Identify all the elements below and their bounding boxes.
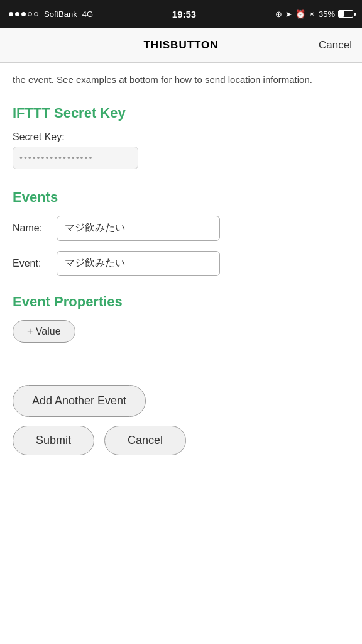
events-section-title: Events xyxy=(13,189,349,206)
event-row: Event: xyxy=(13,251,349,276)
nav-title: THISBUTTON xyxy=(143,39,218,52)
add-another-event-button[interactable]: Add Another Event xyxy=(13,385,146,417)
battery-percent: 35% xyxy=(319,9,335,19)
main-content: the event. See examples at bottom for ho… xyxy=(0,63,362,480)
status-bar: SoftBank 4G 19:53 ⊕ ➤ ⏰ ✴ 35% xyxy=(0,0,362,28)
ifttt-secret-key-section: IFTTT Secret Key Secret Key: xyxy=(13,105,349,169)
name-row: Name: xyxy=(13,216,349,241)
carrier-label: SoftBank xyxy=(44,9,77,19)
bottom-buttons: Add Another Event Submit Cancel xyxy=(13,385,349,455)
ifttt-section-title: IFTTT Secret Key xyxy=(13,105,349,121)
secret-key-input[interactable] xyxy=(13,147,138,169)
name-label: Name: xyxy=(13,223,57,234)
nav-bar: THISBUTTON Cancel xyxy=(0,28,362,63)
lock-icon: ⊕ xyxy=(275,9,282,19)
alarm-icon: ⏰ xyxy=(295,9,305,19)
add-value-button[interactable]: + Value xyxy=(13,320,75,343)
status-time: 19:53 xyxy=(172,9,196,19)
location-icon: ➤ xyxy=(285,9,292,19)
signal-dots xyxy=(9,12,38,16)
intro-text: the event. See examples at bottom for ho… xyxy=(13,73,349,87)
event-input[interactable] xyxy=(57,251,220,276)
secret-key-label: Secret Key: xyxy=(13,131,349,143)
network-label: 4G xyxy=(82,9,93,19)
battery-icon xyxy=(338,10,353,18)
submit-button[interactable]: Submit xyxy=(13,426,94,455)
event-label: Event: xyxy=(13,258,57,269)
bluetooth-icon: ✴ xyxy=(309,9,315,19)
status-left: SoftBank 4G xyxy=(9,9,93,19)
event-properties-section: Event Properties + Value xyxy=(13,294,349,349)
events-section: Events Name: Event: xyxy=(13,189,349,276)
cancel-button[interactable]: Cancel xyxy=(104,426,186,455)
event-properties-title: Event Properties xyxy=(13,294,349,310)
nav-cancel-button[interactable]: Cancel xyxy=(319,39,352,52)
divider xyxy=(13,367,349,367)
name-input[interactable] xyxy=(57,216,220,241)
status-right: ⊕ ➤ ⏰ ✴ 35% xyxy=(275,9,353,19)
submit-cancel-row: Submit Cancel xyxy=(13,426,349,455)
